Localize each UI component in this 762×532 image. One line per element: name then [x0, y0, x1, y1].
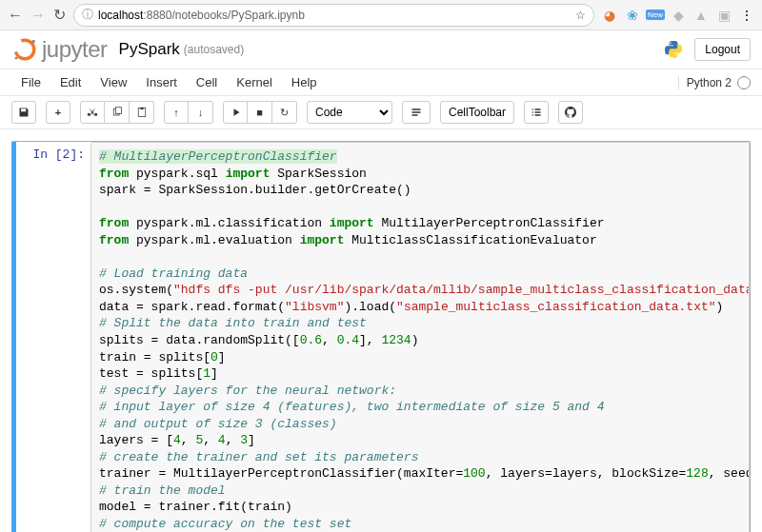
github-button[interactable]: [558, 101, 583, 124]
svg-point-2: [15, 57, 18, 60]
svg-rect-8: [412, 111, 421, 113]
autosave-status: (autosaved): [184, 43, 244, 56]
svg-point-12: [532, 111, 534, 113]
interrupt-button[interactable]: ■: [248, 101, 272, 124]
svg-rect-4: [115, 108, 121, 114]
svg-rect-13: [535, 111, 541, 113]
ext-icon-4[interactable]: ◆: [671, 8, 686, 23]
menubar: FileEditViewInsertCellKernelHelp Python …: [0, 69, 762, 96]
ext-icon-5[interactable]: ▲: [693, 8, 709, 23]
run-button[interactable]: [223, 101, 248, 124]
python-kernel-icon: [662, 38, 685, 61]
code-input-area[interactable]: # MultilayerPerceptronClassifierfrom pys…: [90, 142, 750, 532]
celltoolbar-button[interactable]: CellToolbar: [440, 101, 514, 124]
back-icon[interactable]: ←: [8, 7, 23, 24]
kernel-name: Python 2: [687, 76, 732, 89]
ext-icon-new[interactable]: New: [648, 8, 663, 23]
jupyter-logo[interactable]: jupyter: [11, 36, 108, 63]
ext-icon-2[interactable]: ❀: [625, 8, 640, 23]
menu-file[interactable]: File: [11, 71, 50, 93]
menu-cell[interactable]: Cell: [187, 71, 227, 93]
menu-kernel[interactable]: Kernel: [227, 71, 282, 93]
move-down-button[interactable]: ↓: [189, 101, 213, 124]
jupyter-logo-text: jupyter: [42, 36, 108, 63]
add-cell-button[interactable]: +: [46, 101, 70, 124]
logout-button[interactable]: Logout: [694, 38, 751, 61]
kernel-status-icon: [737, 76, 751, 89]
kernel-indicator: Python 2: [678, 76, 751, 89]
ext-icon-1[interactable]: ◕: [602, 8, 617, 23]
cell-type-select[interactable]: Code: [307, 101, 392, 124]
svg-point-10: [532, 108, 534, 110]
browser-menu-icon[interactable]: ⋮: [739, 8, 754, 23]
input-prompt: In [2]:: [16, 142, 90, 532]
browser-extension-icons: ◕ ❀ New ◆ ▲ ▣ ⋮: [602, 8, 754, 23]
code-cell[interactable]: In [2]: # MultilayerPerceptronClassifier…: [11, 141, 751, 532]
star-icon[interactable]: ☆: [575, 9, 586, 22]
copy-button[interactable]: [105, 101, 130, 124]
browser-toolbar: ← → ↻ ⓘ localhost:8880/notebooks/PySpark…: [0, 0, 762, 30]
command-palette-button[interactable]: [402, 101, 431, 124]
notebook-header: jupyter PySpark (autosaved) Logout: [0, 30, 762, 69]
save-button[interactable]: [11, 101, 36, 124]
cut-button[interactable]: [80, 101, 105, 124]
notebook-name[interactable]: PySpark: [119, 40, 180, 59]
svg-rect-11: [535, 108, 541, 110]
paste-button[interactable]: [130, 101, 154, 124]
svg-point-0: [15, 40, 34, 59]
menu-help[interactable]: Help: [282, 71, 327, 93]
url-bar[interactable]: ⓘ localhost:8880/notebooks/PySpark.ipynb…: [73, 4, 594, 27]
notebook-container: In [2]: # MultilayerPerceptronClassifier…: [0, 129, 762, 532]
toolbar: + ↑ ↓ ■ ↻ Code CellToolbar: [0, 96, 762, 129]
ext-icon-6[interactable]: ▣: [716, 8, 732, 23]
svg-rect-15: [535, 114, 541, 116]
svg-rect-9: [412, 114, 418, 116]
restart-button[interactable]: ↻: [272, 101, 297, 124]
svg-rect-6: [140, 108, 143, 109]
move-up-button[interactable]: ↑: [164, 101, 189, 124]
svg-rect-7: [412, 108, 421, 110]
info-icon: ⓘ: [82, 7, 93, 23]
menu-view[interactable]: View: [90, 71, 136, 93]
toggle-list-button[interactable]: [524, 101, 549, 124]
menu-insert[interactable]: Insert: [136, 71, 187, 93]
svg-point-14: [532, 114, 534, 116]
menu-edit[interactable]: Edit: [50, 71, 90, 93]
svg-point-1: [31, 40, 35, 44]
reload-icon[interactable]: ↻: [53, 6, 66, 24]
jupyter-orbit-icon: [11, 36, 38, 63]
forward-icon[interactable]: →: [30, 7, 46, 24]
